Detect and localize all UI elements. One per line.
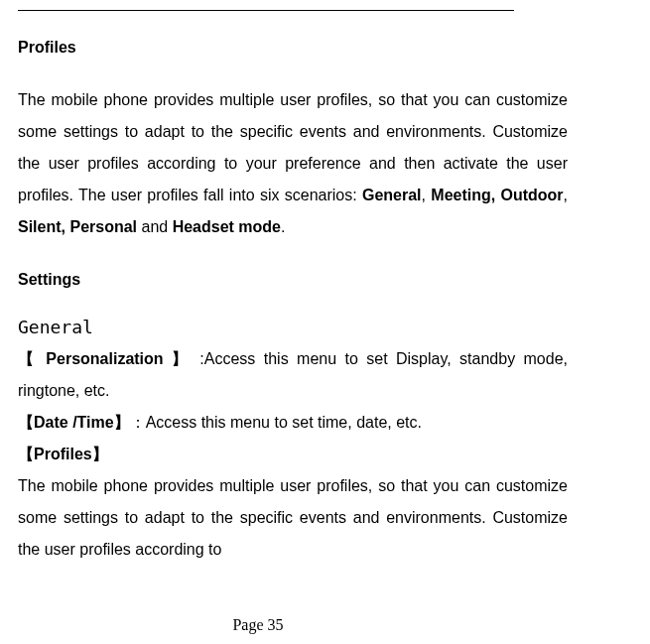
- page-number: Page 35: [0, 616, 516, 634]
- personalization-label: 【 Personalization 】: [18, 350, 192, 367]
- and-word: and: [137, 218, 173, 235]
- datetime-label: 【Date /Time】: [18, 414, 130, 431]
- sep: ,: [564, 187, 568, 203]
- page-content: Profiles The mobile phone provides multi…: [10, 39, 576, 566]
- datetime-colon: ：: [130, 414, 146, 431]
- top-divider: [18, 10, 514, 11]
- scenario-headset: Headset mode: [173, 218, 281, 235]
- settings-heading: Settings: [18, 271, 568, 289]
- datetime-text: Access this menu to set time, date, etc.: [146, 414, 422, 431]
- datetime-block: 【Date /Time】：Access this menu to set tim…: [18, 407, 568, 439]
- scenario-silent-personal: Silent, Personal: [18, 218, 137, 235]
- profiles-intro: The mobile phone provides multiple user …: [18, 84, 568, 243]
- general-subheading: General: [18, 317, 568, 337]
- profiles-heading: Profiles: [18, 39, 568, 57]
- scenario-meeting-outdoor: Meeting, Outdoor: [431, 187, 563, 203]
- profiles-sub-label: 【Profiles】: [18, 446, 108, 462]
- period: .: [281, 218, 285, 235]
- scenario-general: General: [362, 187, 422, 203]
- sep: ,: [422, 187, 432, 203]
- profiles-sub-block: 【Profiles】: [18, 439, 568, 470]
- profiles-sub-para: The mobile phone provides multiple user …: [18, 470, 568, 566]
- personalization-block: 【 Personalization 】 :Access this menu to…: [18, 343, 568, 407]
